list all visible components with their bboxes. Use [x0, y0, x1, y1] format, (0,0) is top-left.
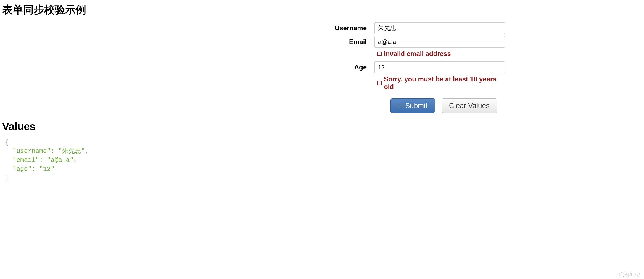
- validation-form: Username Email Invalid email address Age…: [137, 22, 507, 113]
- error-icon: [377, 52, 382, 56]
- email-error-row: Invalid email address: [137, 50, 505, 58]
- age-error-text: Sorry, you must be at least 18 years old: [384, 75, 505, 91]
- clear-button[interactable]: Clear Values: [442, 98, 497, 113]
- age-error-row: Sorry, you must be at least 18 years old: [137, 75, 505, 91]
- values-heading: Values: [2, 121, 644, 133]
- json-username: "朱先忠": [58, 148, 85, 155]
- username-label: Username: [137, 24, 374, 32]
- email-row: Email: [137, 36, 505, 48]
- email-input[interactable]: [374, 36, 505, 48]
- email-error: Invalid email address: [374, 50, 505, 58]
- button-row: Submit Clear Values: [137, 98, 505, 113]
- page-title: 表单同步校验示例: [2, 3, 644, 17]
- json-email: "a@a.a": [47, 157, 74, 164]
- json-age: "12": [39, 166, 54, 173]
- submit-button[interactable]: Submit: [390, 98, 435, 113]
- values-json: { "username": "朱先忠", "email": "a@a.a", "…: [5, 138, 644, 183]
- age-label: Age: [137, 63, 374, 71]
- submit-icon: [398, 104, 402, 108]
- email-label: Email: [137, 38, 374, 46]
- age-input[interactable]: [374, 61, 505, 73]
- submit-button-label: Submit: [405, 101, 427, 110]
- error-icon: [377, 81, 382, 85]
- username-input[interactable]: [374, 22, 505, 34]
- email-error-text: Invalid email address: [384, 50, 451, 58]
- age-row: Age: [137, 61, 505, 73]
- username-row: Username: [137, 22, 505, 34]
- age-error: Sorry, you must be at least 18 years old: [374, 75, 505, 91]
